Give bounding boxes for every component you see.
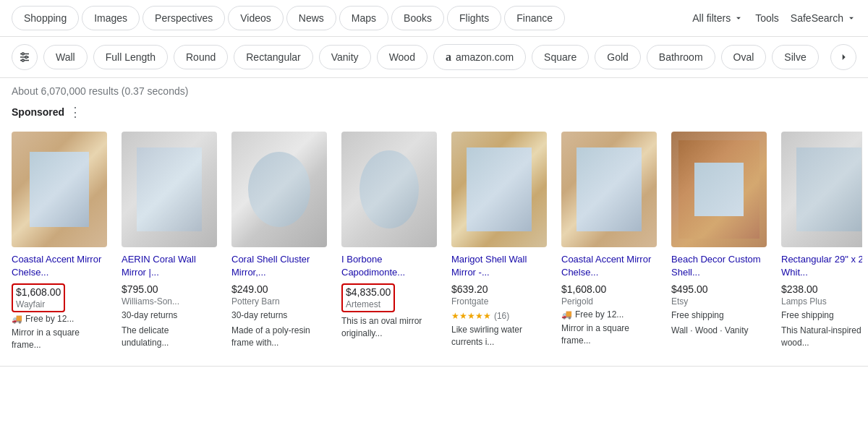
filter-square[interactable]: Square: [532, 45, 589, 69]
product-price-7: $495.00: [671, 283, 767, 295]
product-price-5: $639.20: [451, 283, 547, 295]
filter-amazon[interactable]: a amazon.com: [433, 44, 526, 70]
product-image-1: [12, 132, 107, 247]
tab-flights[interactable]: Flights: [447, 6, 501, 30]
product-reviews-5: (16): [494, 311, 509, 321]
product-store-3: Pottery Barn: [231, 296, 327, 307]
tools-button[interactable]: Tools: [755, 12, 779, 24]
safesearch-button[interactable]: SafeSearch: [791, 12, 856, 24]
sponsored-header: Sponsored ⋮: [0, 101, 868, 126]
product-title-7: Beach Decor Custom Shell...: [671, 253, 767, 279]
product-image-4: [341, 132, 437, 247]
product-store-5: Frontgate: [451, 296, 547, 307]
product-shipping-3: 30-day returns: [231, 309, 327, 322]
product-desc-5: Like swirling water currents i...: [451, 324, 547, 348]
product-price-3: $249.00: [231, 283, 327, 295]
product-stars-5: ★★★★★: [451, 311, 491, 321]
product-store-4: Artemest: [346, 299, 380, 309]
product-card-4[interactable]: I Borbone Capodimonte... $4,835.00 Artem…: [336, 126, 443, 357]
tab-perspectives[interactable]: Perspectives: [142, 6, 225, 30]
product-image-5: [451, 132, 547, 247]
top-navigation: Shopping Images Perspectives Videos News…: [0, 0, 868, 37]
product-shipping-1: 🚚Free by 12...: [12, 314, 107, 324]
filter-silver[interactable]: Silve: [772, 45, 818, 69]
sponsored-label: Sponsored: [12, 106, 64, 118]
product-image-3: [231, 132, 327, 247]
product-desc-2: The delicate undulating...: [122, 325, 217, 349]
filter-rectangular[interactable]: Rectangular: [234, 45, 313, 69]
filter-round[interactable]: Round: [174, 45, 228, 69]
product-title-3: Coral Shell Cluster Mirror,...: [231, 253, 327, 279]
product-image-6: [561, 132, 657, 247]
scroll-right-button[interactable]: [830, 44, 856, 70]
products-grid: Coastal Accent Mirror Chelse... $1,608.0…: [6, 126, 862, 357]
products-container: Coastal Accent Mirror Chelse... $1,608.0…: [0, 126, 868, 357]
filter-vanity[interactable]: Vanity: [319, 45, 371, 69]
product-store-1: Wayfair: [16, 299, 45, 309]
product-desc-1: Mirror in a square frame...: [12, 327, 107, 351]
product-card-1[interactable]: Coastal Accent Mirror Chelse... $1,608.0…: [6, 126, 113, 357]
product-shipping-2: 30-day returns: [122, 309, 217, 322]
sponsored-more-button[interactable]: ⋮: [69, 104, 82, 120]
product-price-8: $238.00: [781, 283, 862, 295]
filter-wood[interactable]: Wood: [377, 45, 427, 69]
product-store-2: Williams-Son...: [122, 296, 217, 307]
product-desc-6: Mirror in a square frame...: [561, 322, 657, 347]
product-desc-7: Wall · Wood · Vanity: [671, 325, 767, 337]
product-desc-4: This is an oval mirror originally...: [341, 315, 437, 340]
filter-full-length[interactable]: Full Length: [93, 45, 168, 69]
filter-icon-button[interactable]: [12, 44, 38, 70]
nav-right-controls: All filters Tools SafeSearch: [692, 12, 856, 24]
filter-oval[interactable]: Oval: [721, 45, 767, 69]
product-card-7[interactable]: Beach Decor Custom Shell... $495.00 Etsy…: [665, 126, 773, 357]
filter-wall[interactable]: Wall: [43, 45, 88, 69]
product-card-5[interactable]: Marigot Shell Wall Mirror -... $639.20 F…: [446, 126, 553, 357]
product-price-highlighted-1: $1,608.00 Wayfair: [12, 283, 65, 312]
svg-point-4: [25, 56, 27, 59]
product-price-4: $4,835.00: [346, 286, 391, 298]
product-desc-8: This Natural-inspired wood...: [781, 325, 862, 349]
product-card-6[interactable]: Coastal Accent Mirror Chelse... $1,608.0…: [556, 126, 663, 357]
product-price-2: $795.00: [122, 283, 217, 295]
product-title-1: Coastal Accent Mirror Chelse...: [12, 253, 107, 279]
product-price-1: $1,608.00: [16, 286, 61, 298]
filter-chips-row: Wall Full Length Round Rectangular Vanit…: [0, 37, 868, 78]
product-shipping-7: Free shipping: [671, 309, 767, 322]
results-count: About 6,070,000 results (0.37 seconds): [0, 78, 868, 101]
tab-books[interactable]: Books: [391, 6, 444, 30]
product-store-7: Etsy: [671, 296, 767, 307]
product-title-2: AERIN Coral Wall Mirror |...: [122, 253, 217, 279]
product-store-8: Lamps Plus: [781, 296, 862, 307]
product-image-8: [781, 132, 862, 247]
svg-point-3: [22, 53, 24, 55]
product-card-2[interactable]: AERIN Coral Wall Mirror |... $795.00 Wil…: [116, 126, 223, 357]
product-title-8: Rectangular 29" x 23" Whit...: [781, 253, 862, 279]
product-desc-3: Made of a poly-resin frame with...: [231, 325, 327, 349]
product-image-7: [671, 132, 767, 247]
product-title-4: I Borbone Capodimonte...: [341, 253, 437, 279]
tab-images[interactable]: Images: [82, 6, 140, 30]
amazon-logo: a: [446, 51, 451, 64]
product-store-6: Perigold: [561, 296, 657, 307]
product-title-5: Marigot Shell Wall Mirror -...: [451, 253, 547, 279]
product-card-3[interactable]: Coral Shell Cluster Mirror,... $249.00 P…: [226, 126, 333, 357]
product-shipping-6: 🚚Free by 12...: [561, 309, 657, 320]
tab-finance[interactable]: Finance: [504, 6, 565, 30]
product-card-8[interactable]: Rectangular 29" x 23" Whit... $238.00 La…: [775, 126, 862, 357]
tab-shopping[interactable]: Shopping: [12, 6, 79, 30]
tab-news[interactable]: News: [286, 6, 336, 30]
filter-gold[interactable]: Gold: [595, 45, 641, 69]
svg-point-5: [22, 59, 24, 61]
product-image-2: [122, 132, 217, 247]
product-title-6: Coastal Accent Mirror Chelse...: [561, 253, 657, 279]
product-price-6: $1,608.00: [561, 283, 657, 295]
filter-bathroom[interactable]: Bathroom: [647, 45, 715, 69]
all-filters-button[interactable]: All filters: [692, 12, 744, 24]
tab-videos[interactable]: Videos: [228, 6, 284, 30]
tab-maps[interactable]: Maps: [339, 6, 388, 30]
bottom-divider: [0, 366, 868, 367]
product-price-highlighted-4: $4,835.00 Artemest: [341, 283, 395, 312]
product-shipping-8: Free shipping: [781, 309, 862, 322]
